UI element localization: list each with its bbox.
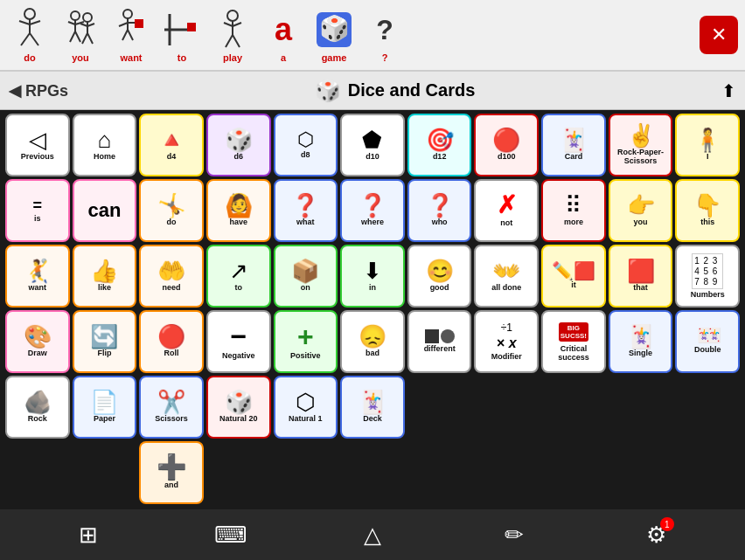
cell-negative[interactable]: − Negative bbox=[206, 310, 271, 373]
cell-rock-paper-scissors[interactable]: ✌️ Rock-Paper-Scissors bbox=[609, 114, 673, 176]
svg-line-3 bbox=[30, 21, 40, 24]
cell-have[interactable]: 🙆 have bbox=[206, 179, 271, 242]
sentence-word-question[interactable]: ? ? bbox=[362, 7, 407, 63]
cell-paper[interactable]: 📄 Paper bbox=[73, 376, 137, 439]
cell-who[interactable]: ❓ who bbox=[407, 179, 472, 242]
sentence-word-want[interactable]: want bbox=[108, 7, 154, 63]
home-icon: △ bbox=[364, 522, 381, 549]
cell-modifier[interactable]: ÷1 × x Modifier bbox=[474, 310, 539, 373]
svg-line-22 bbox=[122, 30, 128, 40]
cell-good[interactable]: 😊 good bbox=[407, 245, 472, 308]
cell-all-done[interactable]: 👐 all done bbox=[474, 245, 539, 308]
svg-line-17 bbox=[87, 33, 93, 44]
cell-roll[interactable]: 🔴 Roll bbox=[139, 310, 204, 373]
keyboard-icon: ⌨ bbox=[214, 522, 247, 549]
svg-line-15 bbox=[87, 24, 94, 26]
home-button[interactable]: △ bbox=[353, 515, 392, 554]
cell-what[interactable]: ❓ what bbox=[274, 179, 338, 242]
nav-bar: ◀ RPGs 🎲 Dice and Cards ⬆ bbox=[0, 72, 745, 110]
cell-you[interactable]: 👉 you bbox=[609, 179, 673, 242]
cell-do[interactable]: 🤸 do bbox=[139, 179, 204, 242]
cell-natural-20[interactable]: 🎲 Natural 20 bbox=[206, 376, 271, 439]
svg-line-33 bbox=[233, 35, 240, 47]
svg-point-6 bbox=[71, 11, 80, 20]
svg-line-32 bbox=[226, 35, 233, 47]
cell-single[interactable]: 🃏 Single bbox=[609, 310, 673, 373]
grid-icon: ⊞ bbox=[79, 522, 98, 549]
svg-line-31 bbox=[233, 23, 241, 26]
cell-d4[interactable]: 🔺 d4 bbox=[139, 114, 204, 176]
cell-natural-1[interactable]: ⬡ Natural 1 bbox=[274, 376, 338, 439]
grid-button[interactable]: ⊞ bbox=[69, 515, 108, 554]
sentence-word-you[interactable]: you bbox=[58, 7, 103, 63]
cell-it[interactable]: ✏️🟥 it bbox=[541, 245, 606, 308]
cell-previous[interactable]: ◁ Previous bbox=[5, 114, 70, 176]
cell-positive[interactable]: + Positive bbox=[274, 310, 338, 373]
cell-need[interactable]: 🤲 need bbox=[139, 245, 204, 308]
grid-area: ◁ Previous ⌂ Home 🔺 d4 🎲 d6 ⬡ d8 ⬟ d10 🎯… bbox=[0, 110, 745, 508]
close-button[interactable]: ✕ bbox=[700, 16, 738, 54]
cell-on[interactable]: 📦 on bbox=[274, 245, 338, 308]
svg-point-0 bbox=[24, 9, 35, 19]
cell-in[interactable]: ⬇ in bbox=[340, 245, 405, 308]
sentence-word-play[interactable]: play bbox=[210, 7, 255, 63]
share-button[interactable]: ⬆ bbox=[721, 80, 736, 101]
keyboard-button[interactable]: ⌨ bbox=[212, 515, 250, 554]
page-title-area: 🎲 Dice and Cards bbox=[68, 79, 721, 103]
cell-that[interactable]: 🟥 that bbox=[609, 245, 673, 308]
cell-like[interactable]: 👍 like bbox=[73, 245, 137, 308]
cell-home[interactable]: ⌂ Home bbox=[73, 114, 137, 176]
cell-d12[interactable]: 🎯 d12 bbox=[407, 114, 472, 176]
bottom-bar: ⊞ ⌨ △ ✏ ⚙ 1 bbox=[0, 509, 745, 560]
cell-to[interactable]: ↗ to bbox=[206, 245, 271, 308]
dice-icon: 🎲 bbox=[315, 79, 341, 103]
svg-line-2 bbox=[19, 21, 30, 24]
cell-flip[interactable]: 🔄 Flip bbox=[73, 310, 137, 373]
cell-where[interactable]: ❓ where bbox=[340, 179, 405, 242]
sentence-word-do[interactable]: do bbox=[7, 7, 52, 63]
cell-bad[interactable]: 😞 bad bbox=[340, 310, 405, 373]
cell-d10[interactable]: ⬟ d10 bbox=[340, 114, 405, 176]
cell-scissors[interactable]: ✂️ Scissors bbox=[139, 376, 204, 439]
cell-d6[interactable]: 🎲 d6 bbox=[206, 114, 271, 176]
cell-numbers[interactable]: 123 456 789 Numbers bbox=[675, 245, 740, 308]
svg-rect-26 bbox=[187, 23, 196, 31]
cell-not[interactable]: ✗ not bbox=[474, 179, 539, 242]
svg-point-18 bbox=[123, 10, 132, 18]
svg-rect-24 bbox=[135, 19, 143, 28]
cell-can[interactable]: can bbox=[73, 179, 137, 242]
pencil-icon: ✏ bbox=[505, 522, 524, 549]
settings-button[interactable]: ⚙ 1 bbox=[637, 515, 676, 554]
sentence-word-game[interactable]: game bbox=[311, 7, 357, 63]
sentence-word-to[interactable]: to bbox=[159, 7, 205, 63]
cell-deck[interactable]: 🃏 Deck bbox=[340, 376, 405, 439]
cell-critical-success[interactable]: BIGSUCSS! Critical success bbox=[541, 310, 606, 373]
back-button[interactable]: ◀ RPGs bbox=[9, 81, 68, 100]
svg-line-4 bbox=[21, 33, 30, 45]
cell-more[interactable]: ⠿ more bbox=[541, 179, 606, 242]
cell-rock[interactable]: 🪨 Rock bbox=[5, 376, 70, 439]
cell-and[interactable]: ➕ and bbox=[139, 441, 204, 504]
svg-line-10 bbox=[70, 31, 75, 42]
pencil-button[interactable]: ✏ bbox=[495, 515, 533, 554]
svg-line-23 bbox=[128, 30, 133, 40]
svg-point-12 bbox=[83, 13, 92, 22]
svg-line-11 bbox=[75, 31, 80, 42]
settings-badge: 1 bbox=[660, 517, 674, 531]
svg-line-5 bbox=[30, 33, 38, 45]
cell-I[interactable]: 🧍 I bbox=[675, 114, 740, 176]
svg-line-8 bbox=[68, 22, 75, 24]
cell-double[interactable]: 🃏 🃏 Double bbox=[675, 310, 740, 373]
page-title: Dice and Cards bbox=[348, 80, 476, 100]
cell-is[interactable]: = is bbox=[5, 179, 70, 242]
cell-card[interactable]: 🃏 Card bbox=[541, 114, 606, 176]
cell-d8[interactable]: ⬡ d8 bbox=[274, 114, 338, 176]
cell-draw[interactable]: 🎨 Draw bbox=[5, 310, 70, 373]
cell-different[interactable]: different bbox=[407, 310, 472, 373]
sentence-word-a[interactable]: a a bbox=[261, 7, 306, 63]
svg-line-20 bbox=[119, 23, 128, 26]
cell-this[interactable]: 👇 this bbox=[675, 179, 740, 242]
cell-d100[interactable]: 🔴 d100 bbox=[474, 114, 539, 176]
cell-want[interactable]: 🤾 want bbox=[5, 245, 70, 308]
sentence-bar: do you bbox=[0, 0, 745, 72]
